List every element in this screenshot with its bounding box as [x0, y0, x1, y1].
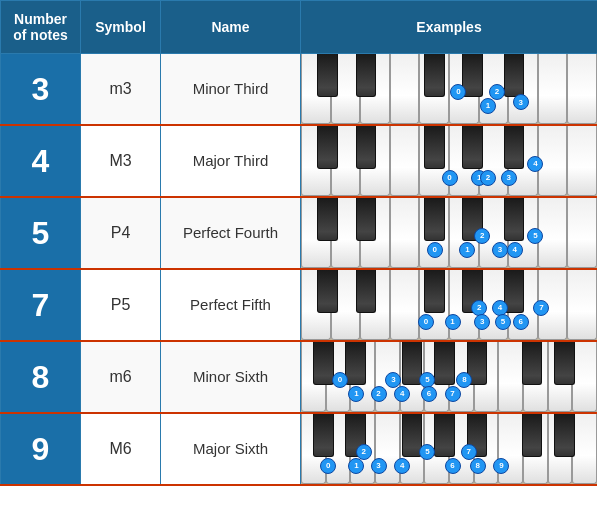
note-dot: 1 — [480, 98, 496, 114]
name-cell: Minor Third — [161, 54, 301, 126]
note-dot: 0 — [427, 242, 443, 258]
note-dot: 4 — [394, 386, 410, 402]
note-dot: 1 — [445, 314, 461, 330]
note-dot: 6 — [421, 386, 437, 402]
note-dot: 5 — [527, 228, 543, 244]
note-dot: 0 — [442, 170, 458, 186]
note-dot: 0 — [418, 314, 434, 330]
symbol-cell: P5 — [81, 269, 161, 341]
note-dot: 2 — [489, 84, 505, 100]
note-dot: 2 — [474, 228, 490, 244]
note-dot: 6 — [445, 458, 461, 474]
note-dot: 2 — [371, 386, 387, 402]
note-dot: 6 — [513, 314, 529, 330]
note-dot: 2 — [356, 444, 372, 460]
number-cell: 3 — [1, 54, 81, 126]
name-cell: Perfect Fourth — [161, 197, 301, 269]
table-row: 9M6Major Sixth0123456789 — [1, 413, 598, 485]
table-row: 4M3Major Third01234 — [1, 125, 598, 197]
symbol-cell: m6 — [81, 341, 161, 413]
header-num: Number of notes — [1, 1, 81, 54]
number-cell: 9 — [1, 413, 81, 485]
note-dot: 7 — [461, 444, 477, 460]
name-cell: Major Third — [161, 125, 301, 197]
header-examples: Examples — [301, 1, 598, 54]
example-cell: 012345678 — [301, 341, 598, 413]
table-row: 3m3Minor Third0123 — [1, 54, 598, 126]
note-dot: 8 — [470, 458, 486, 474]
note-dot: 4 — [527, 156, 543, 172]
name-cell: Minor Sixth — [161, 341, 301, 413]
number-cell: 5 — [1, 197, 81, 269]
note-dot: 7 — [533, 300, 549, 316]
number-cell: 7 — [1, 269, 81, 341]
example-cell: 0123 — [301, 54, 598, 126]
note-dot: 2 — [480, 170, 496, 186]
note-dot: 8 — [456, 372, 472, 388]
note-dot: 3 — [385, 372, 401, 388]
number-cell: 4 — [1, 125, 81, 197]
note-dot: 0 — [332, 372, 348, 388]
symbol-cell: M3 — [81, 125, 161, 197]
note-dot: 1 — [348, 386, 364, 402]
note-dot: 4 — [394, 458, 410, 474]
note-dot: 3 — [501, 170, 517, 186]
note-dot: 1 — [459, 242, 475, 258]
note-dot: 3 — [474, 314, 490, 330]
note-dot: 3 — [513, 94, 529, 110]
note-dot: 5 — [495, 314, 511, 330]
note-dot: 3 — [371, 458, 387, 474]
number-cell: 8 — [1, 341, 81, 413]
symbol-cell: M6 — [81, 413, 161, 485]
example-cell: 01234567 — [301, 269, 598, 341]
note-dot: 0 — [320, 458, 336, 474]
note-dot: 0 — [450, 84, 466, 100]
note-dot: 4 — [507, 242, 523, 258]
name-cell: Perfect Fifth — [161, 269, 301, 341]
name-cell: Major Sixth — [161, 413, 301, 485]
example-cell: 0123456789 — [301, 413, 598, 485]
table-row: 7P5Perfect Fifth01234567 — [1, 269, 598, 341]
table-row: 8m6Minor Sixth012345678 — [1, 341, 598, 413]
example-cell: 01234 — [301, 125, 598, 197]
symbol-cell: m3 — [81, 54, 161, 126]
note-dot: 5 — [419, 444, 435, 460]
note-dot: 7 — [445, 386, 461, 402]
note-dot: 4 — [492, 300, 508, 316]
header-sym: Symbol — [81, 1, 161, 54]
note-dot: 2 — [471, 300, 487, 316]
note-dot: 3 — [492, 242, 508, 258]
table-row: 5P4Perfect Fourth012345 — [1, 197, 598, 269]
header-name: Name — [161, 1, 301, 54]
note-dot: 1 — [348, 458, 364, 474]
example-cell: 012345 — [301, 197, 598, 269]
note-dot: 9 — [493, 458, 509, 474]
symbol-cell: P4 — [81, 197, 161, 269]
